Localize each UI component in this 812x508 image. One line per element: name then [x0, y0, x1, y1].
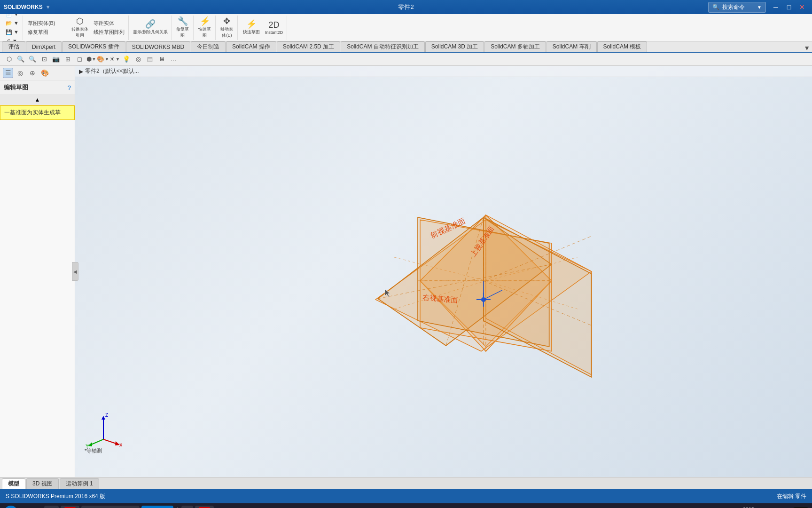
viewport-svg: 前视基准面 上视基准面 右视基准面 [75, 66, 812, 477]
app-logo: SOLIDWORKS [4, 4, 43, 10]
edit-status-label: 在编辑 零件 [777, 492, 806, 500]
view-zoom-button[interactable]: 🔍 [16, 54, 26, 64]
panel-help-icon[interactable]: ? [68, 84, 71, 91]
taskbar-right: 🌐 🔊 🔋 68℃ CPU温度 17:03 2021/8/ Ai [705, 507, 808, 508]
quick-toolbar-group: ⚡ 快速草图 [195, 16, 216, 40]
titlebar-left: SOLIDWORKS ▼ [4, 4, 51, 10]
panel-properties-button[interactable]: ◎ [15, 68, 25, 78]
tab-solidcam-lathe[interactable]: SolidCAM 车削 [547, 41, 597, 52]
print-button[interactable]: 🖨 ▼ [4, 37, 21, 41]
panel-featuretree-button[interactable]: ☰ [3, 68, 13, 78]
viewport[interactable]: ▶ 零件2（默认<<默认... [75, 66, 812, 477]
cpu-temp-display: 68℃ CPU温度 [739, 507, 758, 508]
titlebar-controls: ─ □ ✕ [770, 2, 808, 12]
tab-model[interactable]: 模型 [2, 478, 25, 489]
tab-dimxpert[interactable]: DimXpert [26, 41, 62, 52]
titlebar: SOLIDWORKS ▼ 零件2 🔍 搜索命令 ▼ ─ □ ✕ [0, 0, 812, 14]
tab-solidcam-3d[interactable]: SolidCAM 3D 加工 [425, 41, 484, 52]
view-select-button[interactable]: ⊡ [39, 54, 49, 64]
task-view-button[interactable]: ⧉ [21, 504, 38, 508]
tab-sw-mbd[interactable]: SOLIDWORKS MBD [126, 41, 190, 52]
tab-motion[interactable]: 运动算例 1 [60, 478, 99, 489]
instant2d-button[interactable]: 2D Instant2D [263, 17, 285, 39]
bottom-tabs: 模型 3D 视图 运动算例 1 [0, 477, 812, 489]
main-area: ☰ ◎ ⊕ 🎨 编辑草图 ? ▲ 一基准面为实体生成草 ◀ ▶ 零件2（默认<<… [0, 66, 812, 477]
convert-entity-button[interactable]: ⬡ 转换实体引用 [69, 17, 91, 39]
repair-sketch-button[interactable]: 🔧 修复草图 [174, 17, 191, 39]
taskbar-solidworks-button[interactable]: SW [195, 506, 214, 508]
display-toolbar-group: 🔗 显示/删除几何关系 [130, 16, 172, 40]
view-more-button[interactable]: … [168, 54, 179, 64]
display-delete-button[interactable]: 🔗 显示/删除几何关系 [132, 17, 169, 39]
view-orientation-button[interactable]: ⬡ [4, 54, 14, 64]
new-button[interactable]: 📄 ▼ [4, 14, 21, 18]
taskbar-file-manager[interactable]: 📁 [44, 506, 59, 508]
panel-toggle-icon[interactable]: ▼ [804, 44, 810, 52]
taskbar-news-app[interactable]: 📰 近视提前至3到7岁 [81, 506, 140, 508]
connect-toolbar-group: ⚡ 快连草图 2D Instant2D [239, 16, 287, 40]
taskbar-app-area: 📁 S 📰 近视提前至3到7岁 搜索一下 e SW [44, 506, 214, 508]
move-entity-button[interactable]: ✥ 移动实体(E) [219, 17, 235, 39]
tab-solidcam-25d[interactable]: SolidCAM 2.5D 加工 [277, 41, 340, 52]
tab-solidcam-auto[interactable]: SolidCAM 自动特征识别加工 [341, 41, 425, 52]
offset-entity-button[interactable]: 等距实体 [92, 19, 126, 27]
view-ambient-button[interactable]: ▤ [145, 54, 155, 64]
svg-text:X: X [119, 443, 122, 448]
view-shadows-button[interactable]: ◎ [133, 54, 143, 64]
tab-evaluate[interactable]: 评估 [2, 41, 25, 52]
search-bar[interactable]: 🔍 搜索命令 ▼ [708, 2, 766, 13]
titlebar-right: 🔍 搜索命令 ▼ ─ □ ✕ [708, 2, 808, 13]
taskbar-sw-icon[interactable]: S [61, 506, 79, 508]
view-camera-button[interactable]: 📷 [51, 54, 61, 64]
search-label: 搜索命令 [722, 3, 745, 11]
statusbar-right: 在编辑 零件 [777, 492, 806, 500]
view-zoom2-button[interactable]: 🔍 [27, 54, 38, 64]
view-monitor-button[interactable]: 🖥 [156, 54, 167, 64]
view-hide-button[interactable]: ◻ [74, 54, 85, 64]
view-toolbar: ⬡ 🔍 🔍 ⊡ 📷 ⊞ ◻ ⬢▼ 🎨▼ ☀▼ 💡 ◎ ▤ 🖥 … [0, 53, 812, 66]
scroll-up-button[interactable]: ▲ [0, 95, 75, 104]
view-section-button[interactable]: ⊞ [62, 54, 73, 64]
tab-solidcam-template[interactable]: SolidCAM 模板 [597, 41, 648, 52]
linear-sketch-button[interactable]: 线性草图阵列 [92, 28, 126, 36]
taskbar-search-button[interactable]: 搜索一下 [141, 506, 173, 508]
save-button[interactable]: 💾 ▼ [4, 28, 21, 36]
taskbar-edge-button[interactable]: e [181, 506, 193, 508]
panel-config-button[interactable]: ⊕ [27, 68, 38, 78]
panel-scrollable[interactable]: ▲ 一基准面为实体生成草 [0, 95, 75, 477]
ribbon-tabs: 评估 DimXpert SOLIDWORKS 插件 SOLIDWORKS MBD… [0, 41, 812, 53]
restore-button[interactable]: □ [783, 2, 795, 12]
window-title: 零件2 [398, 3, 414, 11]
sw-edition-label: S SOLIDWORKS Premium 2016 x64 版 [6, 492, 105, 500]
view-scene-button[interactable]: ☀▼ [109, 54, 120, 64]
svg-text:Z: Z [105, 413, 108, 418]
tab-3d-view[interactable]: 3D 视图 [26, 478, 59, 489]
tab-sw-plugins[interactable]: SOLIDWORKS 插件 [62, 41, 125, 52]
move-toolbar-group: ✥ 移动实体(E) [217, 16, 238, 40]
sketch-entity-button[interactable]: 草图实体(B) [26, 19, 68, 27]
panel-appearance-button[interactable]: 🎨 [39, 68, 50, 78]
panel-title: 编辑草图 [4, 83, 28, 92]
tab-today-mfg[interactable]: 今日制造 [191, 41, 226, 52]
collapse-handle[interactable]: ◀ [72, 262, 78, 281]
panel-toolbar: ☰ ◎ ⊕ 🎨 [0, 66, 75, 80]
close-button[interactable]: ✕ [796, 2, 808, 12]
axis-indicator: Z X Y [85, 411, 122, 449]
view-appearance-button[interactable]: 🎨▼ [98, 54, 108, 64]
view-display-button[interactable]: ⬢▼ [86, 54, 96, 64]
view-realview-button[interactable]: 💡 [121, 54, 132, 64]
svg-marker-30 [102, 416, 105, 420]
statusbar: S SOLIDWORKS Premium 2016 x64 版 在编辑 零件 [0, 489, 812, 503]
open-button[interactable]: 📂 ▼ [4, 19, 21, 27]
quick-connect-button[interactable]: ⚡ 快连草图 [241, 17, 262, 39]
tab-solidcam-multi[interactable]: SolidCAM 多轴加工 [484, 41, 546, 52]
search-icon: 🔍 [712, 4, 719, 10]
fix-sketch-button[interactable]: 修复草图 [26, 28, 68, 36]
panel-highlight-item: 一基准面为实体生成草 [0, 105, 75, 120]
tab-solidcam-op[interactable]: SolidCAM 操作 [226, 41, 276, 52]
axis-label: *等轴测 [85, 447, 102, 454]
minimize-button[interactable]: ─ [770, 2, 782, 12]
start-button[interactable]: ⊞ [4, 506, 18, 508]
quick-sketch-button[interactable]: ⚡ 快速草图 [196, 17, 213, 39]
repair-toolbar-group: 🔧 修复草图 [172, 16, 194, 40]
